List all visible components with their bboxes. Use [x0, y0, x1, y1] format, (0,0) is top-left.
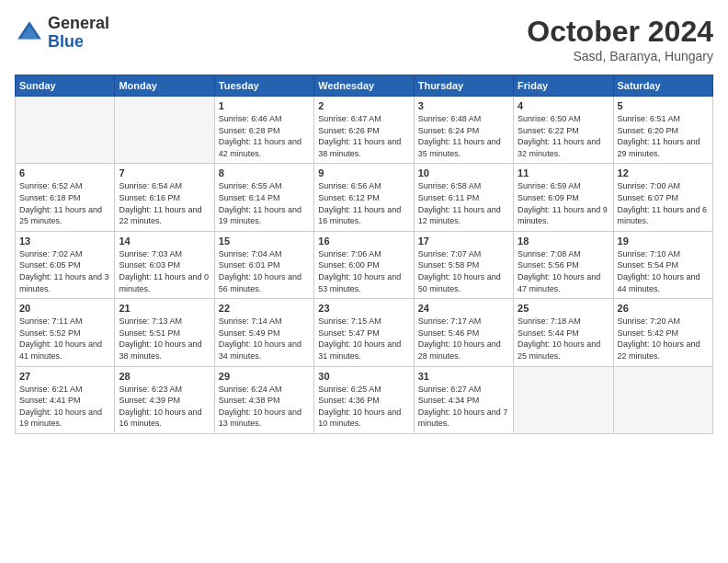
- day-info: Sunrise: 6:52 AM Sunset: 6:18 PM Dayligh…: [19, 180, 110, 226]
- calendar-cell: 10Sunrise: 6:58 AM Sunset: 6:11 PM Dayli…: [414, 164, 513, 231]
- calendar-cell: 7Sunrise: 6:54 AM Sunset: 6:16 PM Daylig…: [115, 164, 214, 231]
- calendar-cell: [16, 97, 115, 164]
- calendar-cell: 29Sunrise: 6:24 AM Sunset: 4:38 PM Dayli…: [214, 366, 313, 433]
- day-number: 15: [219, 236, 310, 247]
- day-info: Sunrise: 7:04 AM Sunset: 6:01 PM Dayligh…: [219, 248, 310, 294]
- day-info: Sunrise: 7:03 AM Sunset: 6:03 PM Dayligh…: [119, 248, 210, 294]
- day-number: 6: [19, 167, 110, 178]
- day-info: Sunrise: 7:10 AM Sunset: 5:54 PM Dayligh…: [618, 248, 709, 294]
- day-number: 2: [318, 100, 409, 111]
- calendar-cell: 27Sunrise: 6:21 AM Sunset: 4:41 PM Dayli…: [16, 366, 115, 433]
- logo-icon: [15, 18, 44, 48]
- day-number: 24: [418, 303, 509, 314]
- calendar-cell: 18Sunrise: 7:08 AM Sunset: 5:56 PM Dayli…: [514, 231, 613, 298]
- calendar-cell: [115, 97, 214, 164]
- day-number: 13: [19, 236, 110, 247]
- calendar-cell: 21Sunrise: 7:13 AM Sunset: 5:51 PM Dayli…: [115, 299, 214, 366]
- day-number: 5: [618, 100, 709, 111]
- calendar-cell: 16Sunrise: 7:06 AM Sunset: 6:00 PM Dayli…: [314, 231, 414, 298]
- day-number: 17: [418, 236, 509, 247]
- day-number: 7: [119, 167, 210, 178]
- weekday-header: Thursday: [414, 75, 513, 97]
- day-number: 16: [318, 236, 409, 247]
- page-header: General Blue October 2024 Sasd, Baranya,…: [15, 15, 713, 63]
- day-info: Sunrise: 6:24 AM Sunset: 4:38 PM Dayligh…: [219, 384, 310, 430]
- day-info: Sunrise: 6:27 AM Sunset: 4:34 PM Dayligh…: [418, 384, 509, 430]
- calendar-cell: 23Sunrise: 7:15 AM Sunset: 5:47 PM Dayli…: [314, 299, 414, 366]
- location-subtitle: Sasd, Baranya, Hungary: [527, 49, 713, 63]
- day-info: Sunrise: 7:02 AM Sunset: 6:05 PM Dayligh…: [19, 248, 110, 294]
- title-block: October 2024 Sasd, Baranya, Hungary: [527, 15, 713, 63]
- day-info: Sunrise: 6:58 AM Sunset: 6:11 PM Dayligh…: [418, 180, 509, 226]
- calendar-cell: 25Sunrise: 7:18 AM Sunset: 5:44 PM Dayli…: [514, 299, 613, 366]
- day-info: Sunrise: 6:51 AM Sunset: 6:20 PM Dayligh…: [618, 113, 709, 159]
- calendar-cell: 22Sunrise: 7:14 AM Sunset: 5:49 PM Dayli…: [214, 299, 313, 366]
- day-info: Sunrise: 7:20 AM Sunset: 5:42 PM Dayligh…: [618, 316, 709, 362]
- calendar-cell: 13Sunrise: 7:02 AM Sunset: 6:05 PM Dayli…: [16, 231, 115, 298]
- calendar-week-row: 20Sunrise: 7:11 AM Sunset: 5:52 PM Dayli…: [16, 299, 713, 366]
- day-info: Sunrise: 6:21 AM Sunset: 4:41 PM Dayligh…: [19, 384, 110, 430]
- calendar-cell: 14Sunrise: 7:03 AM Sunset: 6:03 PM Dayli…: [115, 231, 214, 298]
- day-number: 30: [318, 371, 409, 382]
- day-number: 23: [318, 303, 409, 314]
- day-info: Sunrise: 6:50 AM Sunset: 6:22 PM Dayligh…: [518, 113, 609, 159]
- day-number: 3: [418, 100, 509, 111]
- day-number: 28: [119, 371, 210, 382]
- calendar-cell: 5Sunrise: 6:51 AM Sunset: 6:20 PM Daylig…: [613, 97, 712, 164]
- calendar-cell: 17Sunrise: 7:07 AM Sunset: 5:58 PM Dayli…: [414, 231, 513, 298]
- day-number: 12: [618, 167, 709, 178]
- day-info: Sunrise: 7:00 AM Sunset: 6:07 PM Dayligh…: [618, 180, 709, 226]
- weekday-header: Saturday: [613, 75, 712, 97]
- calendar-table: SundayMondayTuesdayWednesdayThursdayFrid…: [15, 75, 713, 434]
- day-number: 1: [219, 100, 310, 111]
- day-number: 19: [618, 236, 709, 247]
- day-number: 9: [318, 167, 409, 178]
- weekday-header: Tuesday: [214, 75, 313, 97]
- day-info: Sunrise: 7:17 AM Sunset: 5:46 PM Dayligh…: [418, 316, 509, 362]
- day-info: Sunrise: 7:18 AM Sunset: 5:44 PM Dayligh…: [518, 316, 609, 362]
- calendar-cell: 26Sunrise: 7:20 AM Sunset: 5:42 PM Dayli…: [613, 299, 712, 366]
- logo: General Blue: [15, 15, 109, 52]
- day-info: Sunrise: 7:06 AM Sunset: 6:00 PM Dayligh…: [318, 248, 409, 294]
- logo-blue: Blue: [48, 32, 84, 51]
- day-number: 25: [518, 303, 609, 314]
- calendar-cell: 28Sunrise: 6:23 AM Sunset: 4:39 PM Dayli…: [115, 366, 214, 433]
- calendar-week-row: 27Sunrise: 6:21 AM Sunset: 4:41 PM Dayli…: [16, 366, 713, 433]
- day-number: 11: [518, 167, 609, 178]
- day-info: Sunrise: 7:14 AM Sunset: 5:49 PM Dayligh…: [219, 316, 310, 362]
- calendar-cell: 24Sunrise: 7:17 AM Sunset: 5:46 PM Dayli…: [414, 299, 513, 366]
- logo-general: General: [48, 14, 109, 32]
- day-info: Sunrise: 6:25 AM Sunset: 4:36 PM Dayligh…: [318, 384, 409, 430]
- day-number: 8: [219, 167, 310, 178]
- day-info: Sunrise: 7:15 AM Sunset: 5:47 PM Dayligh…: [318, 316, 409, 362]
- day-number: 22: [219, 303, 310, 314]
- day-number: 29: [219, 371, 310, 382]
- month-title: October 2024: [527, 15, 713, 49]
- day-info: Sunrise: 7:07 AM Sunset: 5:58 PM Dayligh…: [418, 248, 509, 294]
- day-number: 20: [19, 303, 110, 314]
- calendar-cell: 20Sunrise: 7:11 AM Sunset: 5:52 PM Dayli…: [16, 299, 115, 366]
- calendar-cell: 30Sunrise: 6:25 AM Sunset: 4:36 PM Dayli…: [314, 366, 414, 433]
- day-number: 26: [618, 303, 709, 314]
- day-info: Sunrise: 6:47 AM Sunset: 6:26 PM Dayligh…: [318, 113, 409, 159]
- calendar-cell: [613, 366, 712, 433]
- weekday-header: Sunday: [16, 75, 115, 97]
- day-info: Sunrise: 6:54 AM Sunset: 6:16 PM Dayligh…: [119, 180, 210, 226]
- day-info: Sunrise: 7:08 AM Sunset: 5:56 PM Dayligh…: [518, 248, 609, 294]
- day-info: Sunrise: 6:56 AM Sunset: 6:12 PM Dayligh…: [318, 180, 409, 226]
- day-info: Sunrise: 6:23 AM Sunset: 4:39 PM Dayligh…: [119, 384, 210, 430]
- day-info: Sunrise: 6:46 AM Sunset: 6:28 PM Dayligh…: [219, 113, 310, 159]
- day-info: Sunrise: 7:11 AM Sunset: 5:52 PM Dayligh…: [19, 316, 110, 362]
- calendar-cell: 11Sunrise: 6:59 AM Sunset: 6:09 PM Dayli…: [514, 164, 613, 231]
- weekday-header: Monday: [115, 75, 214, 97]
- day-number: 4: [518, 100, 609, 111]
- calendar-cell: 15Sunrise: 7:04 AM Sunset: 6:01 PM Dayli…: [214, 231, 313, 298]
- calendar-cell: 8Sunrise: 6:55 AM Sunset: 6:14 PM Daylig…: [214, 164, 313, 231]
- day-info: Sunrise: 6:48 AM Sunset: 6:24 PM Dayligh…: [418, 113, 509, 159]
- calendar-cell: 4Sunrise: 6:50 AM Sunset: 6:22 PM Daylig…: [514, 97, 613, 164]
- calendar-cell: 3Sunrise: 6:48 AM Sunset: 6:24 PM Daylig…: [414, 97, 513, 164]
- weekday-header: Wednesday: [314, 75, 414, 97]
- day-number: 14: [119, 236, 210, 247]
- calendar-cell: 19Sunrise: 7:10 AM Sunset: 5:54 PM Dayli…: [613, 231, 712, 298]
- day-number: 27: [19, 371, 110, 382]
